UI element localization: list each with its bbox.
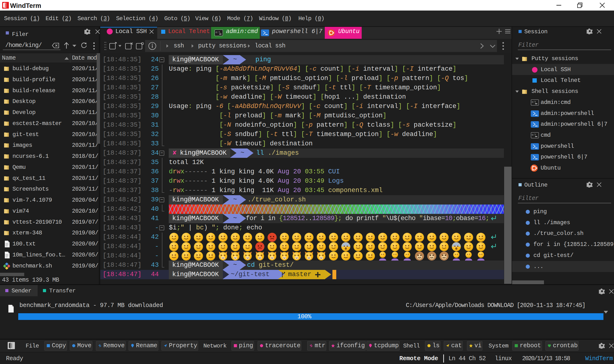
svg-text:c:\: c:\ — [216, 31, 220, 34]
